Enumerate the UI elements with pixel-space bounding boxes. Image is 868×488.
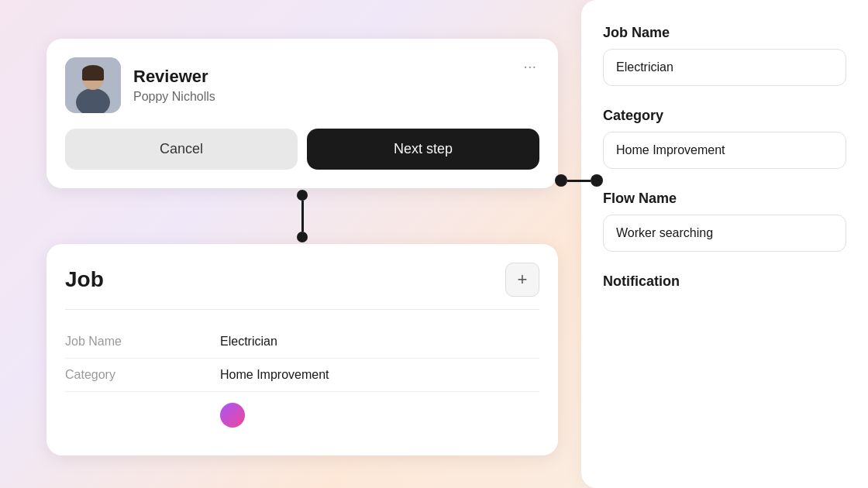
- field-input-category[interactable]: [603, 132, 846, 169]
- avatar: [65, 57, 121, 113]
- job-category-value: Home Improvement: [220, 368, 329, 382]
- job-name-value: Electrician: [220, 335, 277, 349]
- divider: [65, 309, 539, 310]
- field-group-job-name: Job Name: [603, 25, 846, 86]
- category-avatar: [220, 403, 245, 428]
- more-icon: ···: [523, 57, 536, 74]
- job-card: Job + Job Name Electrician Category Home…: [46, 244, 558, 455]
- job-card-title: Job: [65, 267, 104, 292]
- left-panel: Reviewer Poppy Nicholls ··· Cancel Next …: [23, 31, 581, 455]
- job-row-name: Job Name Electrician: [65, 325, 539, 359]
- reviewer-title: Reviewer: [133, 67, 539, 87]
- job-card-header: Job +: [65, 263, 539, 297]
- field-label-job-name: Job Name: [603, 25, 846, 41]
- field-group-flow-name: Flow Name: [603, 191, 846, 252]
- reviewer-info: Reviewer Poppy Nicholls: [133, 67, 539, 104]
- field-label-flow-name: Flow Name: [603, 191, 846, 207]
- card-buttons: Cancel Next step: [65, 129, 539, 170]
- horizontal-connector: [555, 174, 603, 187]
- connector-dot-left: [555, 174, 567, 187]
- plus-icon: +: [518, 270, 528, 290]
- reviewer-header: Reviewer Poppy Nicholls: [65, 57, 539, 113]
- cancel-button[interactable]: Cancel: [65, 129, 298, 170]
- connector-line-horizontal: [567, 180, 591, 182]
- reviewer-name: Poppy Nicholls: [133, 90, 539, 104]
- reviewer-card: Reviewer Poppy Nicholls ··· Cancel Next …: [46, 39, 558, 188]
- notification-label: Notification: [603, 273, 846, 290]
- job-row-avatar: [65, 392, 539, 437]
- job-name-label: Job Name: [65, 335, 220, 349]
- field-input-flow-name[interactable]: [603, 215, 846, 252]
- field-input-job-name[interactable]: [603, 49, 846, 86]
- more-options-button[interactable]: ···: [517, 54, 542, 78]
- notification-section: Notification: [603, 273, 846, 290]
- add-button[interactable]: +: [505, 263, 539, 297]
- vertical-connector: [297, 190, 308, 242]
- connector-dot-top: [297, 190, 308, 201]
- job-category-label: Category: [65, 368, 220, 382]
- connector-dot-right: [591, 174, 603, 187]
- next-step-button[interactable]: Next step: [307, 129, 539, 170]
- main-container: Reviewer Poppy Nicholls ··· Cancel Next …: [0, 0, 868, 488]
- right-panel: Job Name Category Flow Name Notification: [581, 0, 868, 488]
- job-row-category: Category Home Improvement: [65, 359, 539, 392]
- field-group-category: Category: [603, 108, 846, 169]
- field-label-category: Category: [603, 108, 846, 124]
- connector-dot-bottom: [297, 232, 308, 242]
- connector-line-vertical: [301, 201, 304, 232]
- svg-rect-4: [82, 71, 104, 81]
